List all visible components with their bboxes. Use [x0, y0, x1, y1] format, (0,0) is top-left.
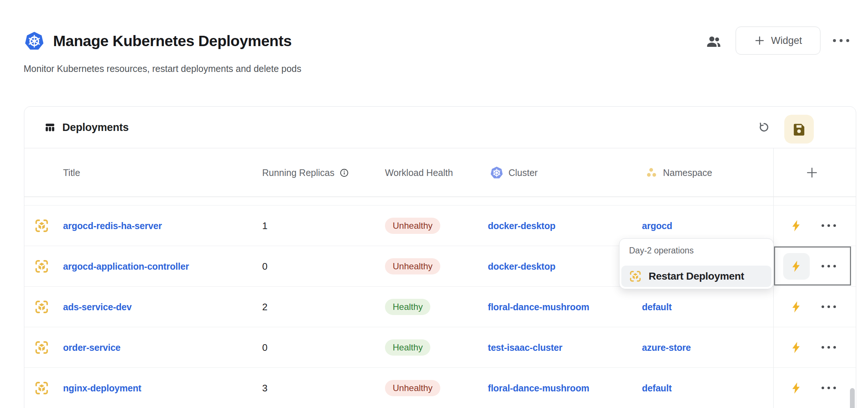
- column-header-replicas[interactable]: Running Replicas: [262, 148, 349, 197]
- deployment-title-link[interactable]: nginx-deployment: [63, 383, 141, 393]
- lightning-bolt-icon: [790, 300, 803, 314]
- deployment-cube-icon: [629, 270, 642, 283]
- quick-action-bolt-button[interactable]: [783, 375, 810, 401]
- table-row: order-service 0 Healthy test-isaac-clust…: [24, 327, 856, 368]
- quick-action-bolt-button[interactable]: [783, 253, 810, 280]
- cluster-link[interactable]: test-isaac-cluster: [488, 342, 562, 353]
- deployment-cube-icon: [34, 218, 49, 234]
- people-icon: [706, 34, 722, 50]
- partial-row-sliver: [24, 197, 856, 205]
- row-menu-button[interactable]: [817, 380, 840, 396]
- add-column-button[interactable]: [801, 162, 823, 184]
- row-menu-button[interactable]: [817, 299, 840, 315]
- deployment-cube-icon: [34, 380, 49, 396]
- table-header-row: Title Running Replicas Workload Health C…: [24, 148, 856, 197]
- lightning-bolt-icon: [790, 381, 803, 395]
- row-menu-button[interactable]: [817, 339, 840, 356]
- popup-section-label: Day-2 operations: [629, 246, 694, 256]
- lightning-bolt-icon: [790, 341, 803, 354]
- cluster-link[interactable]: docker-desktop: [488, 220, 555, 231]
- column-header-health[interactable]: Workload Health: [385, 148, 453, 197]
- app-screen: Manage Kubernetes Deployments Monitor Ku…: [0, 0, 868, 408]
- page-more-menu-button[interactable]: [829, 32, 853, 49]
- table-row: nginx-deployment 3 Unhealthy floral-danc…: [24, 368, 856, 408]
- plus-icon: [806, 166, 818, 179]
- deployment-cube-icon: [34, 299, 49, 315]
- undo-button[interactable]: [754, 117, 774, 138]
- restart-deployment-menu-item[interactable]: Restart Deployment: [621, 266, 771, 287]
- undo-icon: [758, 121, 770, 134]
- ellipsis-icon: [822, 387, 824, 389]
- vertical-scrollbar-thumb[interactable]: [850, 388, 855, 408]
- cluster-link[interactable]: floral-dance-mushroom: [488, 383, 589, 393]
- kubernetes-logo-icon: [24, 30, 45, 52]
- column-header-cluster[interactable]: Cluster: [490, 148, 538, 197]
- share-people-button[interactable]: [705, 33, 723, 51]
- column-header-title[interactable]: Title: [63, 148, 80, 197]
- deployment-cube-icon: [34, 340, 49, 355]
- ellipsis-icon: [822, 346, 824, 349]
- replicas-value: 0: [262, 342, 267, 353]
- health-badge: Unhealthy: [385, 258, 440, 274]
- quick-action-bolt-button[interactable]: [783, 212, 810, 239]
- namespace-dots-icon: [645, 166, 658, 179]
- quick-action-bolt-button[interactable]: [783, 294, 810, 320]
- info-icon[interactable]: [339, 168, 349, 178]
- card-header: Deployments: [24, 107, 856, 148]
- deployment-title-link[interactable]: argocd-redis-ha-server: [63, 220, 162, 231]
- add-widget-button[interactable]: Widget: [736, 27, 820, 55]
- table-body: argocd-redis-ha-server 1 Unhealthy docke…: [24, 197, 856, 408]
- plus-icon: [754, 35, 765, 46]
- page-subtitle: Monitor Kubernetes resources, restart de…: [24, 63, 301, 74]
- kubernetes-cluster-icon: [490, 166, 504, 180]
- add-widget-label: Widget: [771, 35, 802, 46]
- row-menu-button[interactable]: [817, 218, 840, 234]
- namespace-link[interactable]: default: [642, 383, 672, 393]
- table-columns-icon: [44, 122, 56, 133]
- namespace-link[interactable]: azure-store: [642, 342, 691, 353]
- table-row: ads-service-dev 2 Healthy floral-dance-m…: [24, 287, 856, 327]
- health-badge: Unhealthy: [385, 218, 440, 234]
- page-title: Manage Kubernetes Deployments: [53, 32, 292, 50]
- page-header: Manage Kubernetes Deployments Monitor Ku…: [0, 0, 868, 106]
- save-button[interactable]: [784, 115, 814, 144]
- replicas-value: 3: [262, 382, 267, 394]
- replicas-value: 2: [262, 301, 267, 312]
- deployment-cube-icon: [34, 259, 49, 274]
- replicas-value: 0: [262, 260, 267, 272]
- save-icon: [792, 122, 806, 136]
- cluster-link[interactable]: docker-desktop: [488, 261, 555, 272]
- ellipsis-icon: [822, 305, 824, 308]
- row-menu-button[interactable]: [817, 258, 840, 274]
- ellipsis-icon: [822, 265, 824, 267]
- health-badge: Unhealthy: [385, 380, 440, 396]
- deployment-title-link[interactable]: order-service: [63, 342, 121, 353]
- namespace-link[interactable]: default: [642, 301, 672, 312]
- deployment-title-link[interactable]: argocd-application-controller: [63, 261, 189, 272]
- deployment-title-link[interactable]: ads-service-dev: [63, 301, 132, 312]
- namespace-link[interactable]: argocd: [642, 220, 672, 231]
- lightning-bolt-icon: [790, 219, 803, 232]
- health-badge: Healthy: [385, 339, 430, 356]
- restart-deployment-label: Restart Deployment: [649, 270, 744, 282]
- lightning-bolt-icon: [790, 260, 803, 273]
- quick-action-bolt-button[interactable]: [783, 334, 810, 361]
- health-badge: Healthy: [385, 299, 430, 315]
- day2-operations-popup: Day-2 operations Restart Deployment: [619, 238, 774, 289]
- replicas-value: 1: [262, 220, 267, 231]
- card-title: Deployments: [62, 121, 129, 134]
- ellipsis-icon: [822, 224, 824, 227]
- column-header-namespace[interactable]: Namespace: [645, 148, 712, 197]
- ellipsis-icon: [833, 39, 836, 42]
- cluster-link[interactable]: floral-dance-mushroom: [488, 301, 589, 312]
